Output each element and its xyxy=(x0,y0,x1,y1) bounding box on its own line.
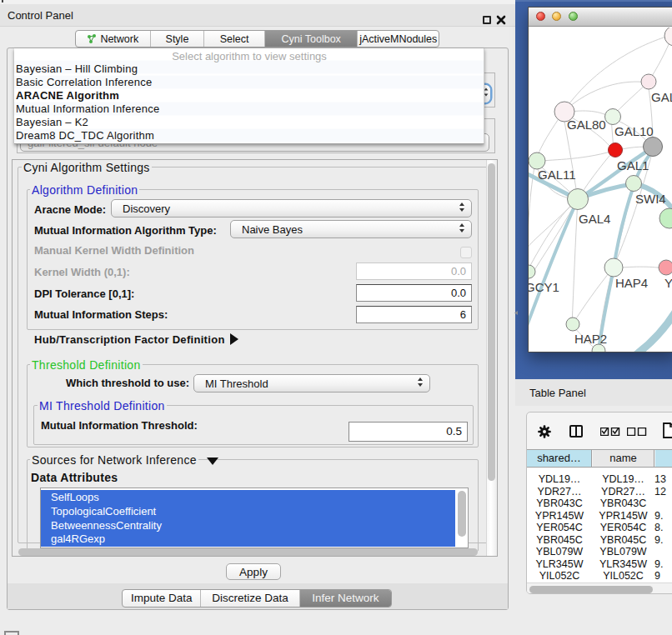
svg-text:GAL1: GAL1 xyxy=(617,158,649,172)
svg-text:GAL80: GAL80 xyxy=(567,118,606,132)
svg-text:HAP4: HAP4 xyxy=(615,276,648,290)
svg-text:HAP2: HAP2 xyxy=(574,332,607,346)
svg-text:GCY1: GCY1 xyxy=(529,280,559,294)
svg-text:SWI4: SWI4 xyxy=(635,192,666,206)
svg-text:YM: YM xyxy=(664,276,672,290)
svg-text:GAL11: GAL11 xyxy=(538,168,576,182)
svg-text:GAL4: GAL4 xyxy=(579,212,610,226)
svg-text:GAL2: GAL2 xyxy=(651,90,672,104)
svg-text:GAL10: GAL10 xyxy=(614,124,654,138)
